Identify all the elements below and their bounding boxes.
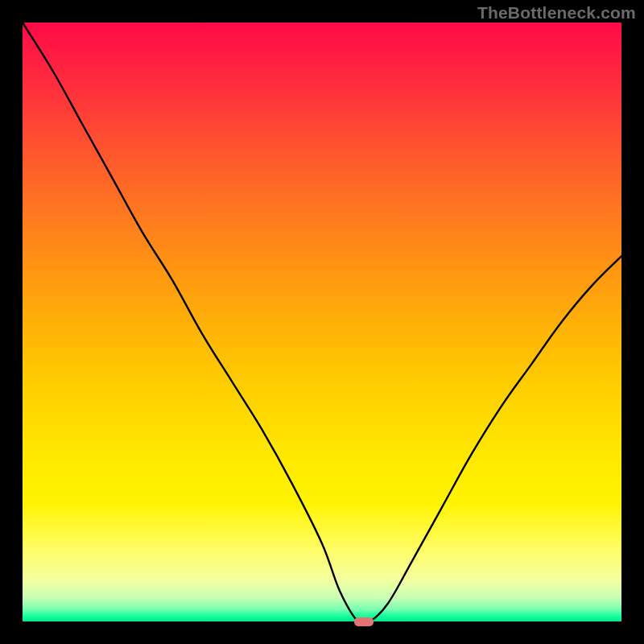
watermark-text: TheBottleneck.com [477, 3, 636, 23]
bottleneck-curve-path [23, 23, 621, 625]
bottleneck-marker [354, 617, 374, 626]
bottleneck-chart: TheBottleneck.com [0, 0, 644, 644]
curve-svg [23, 23, 621, 621]
plot-area [23, 23, 621, 621]
